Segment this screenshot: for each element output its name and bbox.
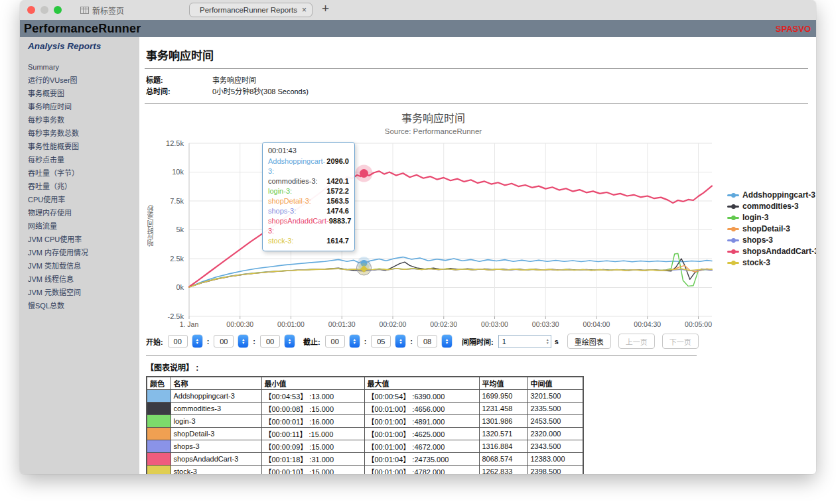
colon-separator: :	[253, 338, 255, 346]
legend-item[interactable]: commodities-3	[727, 202, 816, 211]
table-cell: 1320.571	[479, 428, 527, 440]
start-second-field[interactable]: 00	[260, 335, 280, 347]
table-cell: 【00:01:00】 :4672.000	[364, 440, 479, 453]
legend-label: commodities-3	[742, 202, 799, 211]
legend-item[interactable]: shopsAndaddCart-3	[727, 247, 816, 256]
tooltip-row: commodities-3:1420.1	[268, 176, 349, 186]
series-marker-icon	[727, 192, 739, 198]
svg-text:00:04:30: 00:04:30	[634, 320, 661, 328]
table-cell: 【00:04:53】 :13.000	[261, 390, 364, 403]
end-minute-field[interactable]: 05	[371, 335, 391, 347]
sidebar-item[interactable]: Summary	[28, 60, 139, 74]
interval-label: 间隔时间:	[462, 336, 494, 347]
browser-window: 新标签页 PerformanceRunner Reports × + Perfo…	[20, 0, 816, 474]
sidebar-item[interactable]: 每秒事务数总数	[28, 127, 139, 140]
tab-performancerunner-reports[interactable]: PerformanceRunner Reports ×	[189, 3, 313, 17]
divider	[145, 103, 808, 104]
prev-page-button[interactable]: 上一页	[618, 334, 655, 349]
zoom-window-button[interactable]	[54, 6, 62, 14]
minimize-window-button[interactable]	[40, 6, 48, 14]
colon-separator: :	[207, 338, 210, 346]
end-second-field[interactable]: 08	[417, 335, 437, 347]
legend-item[interactable]: stock-3	[727, 258, 816, 267]
table-cell: 1699.950	[479, 390, 527, 403]
table-cell: 【00:00:10】 :15.000	[261, 466, 364, 475]
sidebar-item[interactable]: 吞吐量（兆）	[28, 180, 139, 193]
sidebar-item[interactable]: 网络流量	[28, 220, 139, 233]
sidebar-item[interactable]: 运行的VUser图	[28, 74, 139, 87]
traffic-lights	[20, 6, 62, 14]
chart-tooltip: 00:01:43 Addshoppingcart-3:2096.0commodi…	[262, 142, 355, 251]
sidebar-item[interactable]: 事务性能概要图	[28, 140, 139, 153]
sidebar-item[interactable]: JVM 线程信息	[28, 273, 139, 286]
sidebar-item[interactable]: 每秒事务数	[28, 113, 139, 127]
end-hour-field[interactable]: 00	[325, 335, 345, 347]
sidebar-item[interactable]: JVM 类加载信息	[28, 259, 139, 273]
start-hour-field[interactable]: 00	[168, 335, 188, 347]
legend-item[interactable]: shops-3	[727, 235, 816, 245]
sidebar-item[interactable]: 物理内存使用	[28, 206, 139, 220]
table-row: shopDetail-3【00:00:11】 :15.000【00:01:00】…	[147, 428, 583, 440]
legend-label: shops-3	[742, 235, 773, 245]
end-hour-stepper[interactable]: ▲▼	[350, 335, 360, 347]
table-cell: shopsAndaddCart-3	[171, 453, 261, 466]
chart-title: 事务响应时间	[151, 105, 715, 125]
start-label: 开始:	[146, 336, 163, 347]
legend-item[interactable]: login-3	[727, 213, 816, 222]
sidebar-item[interactable]: 慢SQL总数	[28, 299, 139, 312]
new-tab-page-chip[interactable]: 新标签页	[80, 5, 124, 16]
series-marker-icon	[727, 226, 739, 231]
end-second-stepper[interactable]: ▲▼	[442, 335, 452, 347]
end-label: 截止:	[303, 336, 320, 347]
interval-stepper[interactable]: ▲▼	[546, 338, 549, 344]
new-tab-button[interactable]: +	[322, 1, 329, 16]
interval-input[interactable]: 1 ▲▼	[498, 335, 551, 348]
table-cell: 2398.500	[527, 466, 583, 475]
divider	[146, 355, 697, 356]
tab-close-icon[interactable]: ×	[302, 5, 307, 15]
color-swatch	[147, 440, 171, 453]
colon-separator: :	[364, 338, 367, 346]
start-hour-stepper[interactable]: ▲▼	[192, 335, 202, 347]
series-marker-icon	[727, 237, 739, 243]
next-page-button[interactable]: 下一页	[662, 334, 699, 349]
table-cell: 【00:01:18】 :31.000	[261, 453, 364, 466]
svg-text:5k: 5k	[176, 225, 184, 233]
svg-text:7.5k: 7.5k	[170, 197, 184, 205]
table-cell: 2453.500	[527, 415, 583, 428]
svg-text:00:02:30: 00:02:30	[430, 320, 457, 328]
redraw-chart-button[interactable]: 重绘图表	[567, 334, 611, 349]
interval-unit: s	[555, 338, 559, 346]
tooltip-row: shops-3:1474.6	[268, 206, 349, 216]
sidebar-item[interactable]: 每秒点击量	[28, 153, 139, 166]
sidebar-item[interactable]: 事务概要图	[28, 87, 139, 100]
sidebar-item[interactable]: 吞吐量（字节）	[28, 166, 139, 180]
sidebar-item[interactable]: 事务响应时间	[28, 100, 139, 113]
start-minute-stepper[interactable]: ▲▼	[238, 335, 248, 347]
table-row: Addshoppingcart-3【00:04:53】 :13.000【00:0…	[147, 390, 583, 403]
color-swatch	[147, 466, 171, 475]
sidebar-item[interactable]: JVM CPU使用率	[28, 233, 139, 246]
table-cell: 【00:00:01】 :16.000	[261, 415, 364, 428]
end-minute-stepper[interactable]: ▲▼	[395, 335, 405, 347]
grid-icon	[80, 7, 89, 14]
table-row: stock-3【00:00:10】 :15.000【00:01:00】 :478…	[147, 466, 583, 475]
close-window-button[interactable]	[27, 6, 35, 14]
meta-title-value: 事务响应时间	[212, 75, 256, 86]
sidebar-item[interactable]: JVM 元数据空间	[28, 286, 139, 299]
chart-subtitle: Source: PerformanceRunner	[151, 127, 715, 135]
legend-item[interactable]: shopDetail-3	[727, 224, 816, 233]
legend-item[interactable]: Addshoppingcart-3	[727, 190, 816, 200]
start-minute-field[interactable]: 00	[214, 335, 234, 347]
table-cell: 12383.000	[527, 453, 583, 466]
line-chart[interactable]: -2.5k0k2.5k5k7.5k10k12.5k1. Jan00:00:300…	[151, 135, 715, 332]
table-cell: 【00:01:00】 :4625.000	[364, 428, 479, 440]
table-cell: 8068.574	[479, 453, 527, 466]
sidebar-item[interactable]: CPU使用率	[28, 193, 139, 206]
table-cell: 2320.000	[527, 428, 583, 440]
start-second-stepper[interactable]: ▲▼	[285, 335, 295, 347]
sidebar-item[interactable]: JVM 内存使用情况	[28, 246, 139, 259]
chart-area[interactable]: 事务响应时间 Source: PerformanceRunner 响应时间/毫秒…	[145, 105, 809, 331]
table-cell: 【00:01:00】 :4656.000	[364, 403, 479, 415]
table-cell: 【00:01:00】 :4891.000	[364, 415, 479, 428]
